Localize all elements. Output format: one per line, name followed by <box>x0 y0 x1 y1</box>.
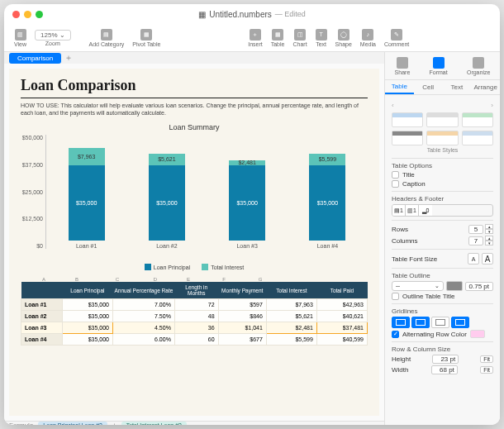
howto-text: HOW TO USE: This calculator will help ev… <box>21 102 368 117</box>
app-window: ▦ Untitled.numbers — Edited ▥View 125%⌄Z… <box>4 4 500 425</box>
style-thumb[interactable] <box>462 131 493 145</box>
title-checkbox[interactable]: Title <box>392 171 493 179</box>
rows-stepper[interactable]: 5▴▾ <box>468 224 493 234</box>
traffic-lights <box>12 11 43 18</box>
formula-ref-1[interactable]: Loan Principal Loan #3 <box>38 422 107 425</box>
add-sheet-button[interactable]: ＋ <box>63 52 74 64</box>
outline-title-checkbox[interactable]: Outline Table Title <box>392 293 493 300</box>
sheet-tab-active[interactable]: Comparison <box>9 53 61 64</box>
format-button[interactable]: Format <box>430 57 448 75</box>
chart-title: Loan Summary <box>21 123 368 131</box>
style-thumb[interactable] <box>426 131 458 145</box>
view-menu[interactable]: ▥View <box>11 29 30 47</box>
maximize-icon[interactable] <box>36 11 43 18</box>
text-button[interactable]: TText <box>312 29 330 47</box>
chart[interactable]: Loan Summary $50,000$37,500$25,000$12,50… <box>21 123 368 270</box>
sheet-tabs: Comparison ＋ <box>4 52 384 64</box>
chevron-down-icon: ⌄ <box>59 31 65 39</box>
formula-ref-2[interactable]: Total Interest Loan #3 <box>121 422 187 425</box>
legend: Loan Principal Total Interest <box>21 264 368 270</box>
style-prev[interactable]: ‹ <box>392 102 394 109</box>
tab-text[interactable]: Text <box>443 80 472 94</box>
cols-stepper[interactable]: 7▴▾ <box>468 236 493 245</box>
share-button[interactable]: Share <box>395 57 411 75</box>
titlebar: ▦ Untitled.numbers — Edited <box>4 4 500 24</box>
style-thumb[interactable] <box>392 112 423 127</box>
close-icon[interactable] <box>12 11 20 18</box>
height-input[interactable]: 23 pt <box>432 355 459 364</box>
width-input[interactable]: 68 pt <box>431 365 458 374</box>
minimize-icon[interactable] <box>24 11 31 18</box>
fit-width[interactable]: Fit <box>480 366 493 374</box>
outline-style[interactable]: ─⌄ <box>392 281 444 291</box>
font-size-buttons[interactable]: AA <box>468 253 493 265</box>
header-footer-controls[interactable]: ▤1▥1▂0 <box>392 204 493 217</box>
fit-height[interactable]: Fit <box>480 355 493 363</box>
gridline-buttons[interactable] <box>392 317 493 328</box>
table-button[interactable]: ▦Table <box>268 29 288 47</box>
document: Loan Comparison HOW TO USE: This calcula… <box>9 69 379 416</box>
chart-bars: $35,000$7,963Loan #1$35,000$5,621Loan #2… <box>45 135 368 249</box>
zoom-control[interactable]: 125%⌄Zoom <box>31 30 74 46</box>
organize-button[interactable]: Organize <box>467 57 490 75</box>
style-thumb[interactable] <box>462 112 493 127</box>
comment-button[interactable]: ✎Comment <box>381 29 412 47</box>
canvas: Comparison ＋ Loan Comparison HOW TO USE:… <box>4 52 384 425</box>
chart-button[interactable]: ◫Chart <box>289 29 310 47</box>
y-axis: $50,000$37,500$25,000$12,500$0 <box>21 135 45 259</box>
style-next[interactable]: › <box>491 102 493 109</box>
alt-row-color[interactable] <box>470 330 485 338</box>
formula-bar[interactable]: Formula Loan Principal Loan #3 + Total I… <box>4 421 384 425</box>
doc-icon: ▦ <box>198 10 206 19</box>
table-styles <box>392 112 493 145</box>
shape-button[interactable]: ◯Shape <box>332 29 355 47</box>
page-title: Loan Comparison <box>21 77 368 94</box>
data-table[interactable]: ABCDEFG Loan PrincipalAnnual Percentage … <box>21 277 368 346</box>
media-button[interactable]: ♪Media <box>357 29 379 47</box>
outline-width[interactable]: 0.75 pt <box>465 282 493 291</box>
tab-table[interactable]: Table <box>385 80 414 94</box>
caption-checkbox[interactable]: Caption <box>392 180 493 188</box>
outline-color[interactable] <box>446 281 463 291</box>
inspector: Share Format Organize Table Cell Text Ar… <box>384 52 500 425</box>
toolbar: ▥View 125%⌄Zoom ▤Add Category ▦Pivot Tab… <box>4 24 500 52</box>
alt-row-checkbox[interactable]: ✓Alternating Row Color <box>392 330 493 338</box>
inspector-tabs: Table Cell Text Arrange <box>385 80 500 95</box>
style-thumb[interactable] <box>426 112 458 127</box>
tab-cell[interactable]: Cell <box>414 80 443 94</box>
insert-button[interactable]: ＋Insert <box>245 29 266 47</box>
style-thumb[interactable] <box>392 131 423 145</box>
add-category-button[interactable]: ▤Add Category <box>86 29 128 47</box>
window-title: ▦ Untitled.numbers — Edited <box>198 10 306 19</box>
pivot-table-button[interactable]: ▦Pivot Table <box>129 29 164 47</box>
tab-arrange[interactable]: Arrange <box>471 80 500 94</box>
